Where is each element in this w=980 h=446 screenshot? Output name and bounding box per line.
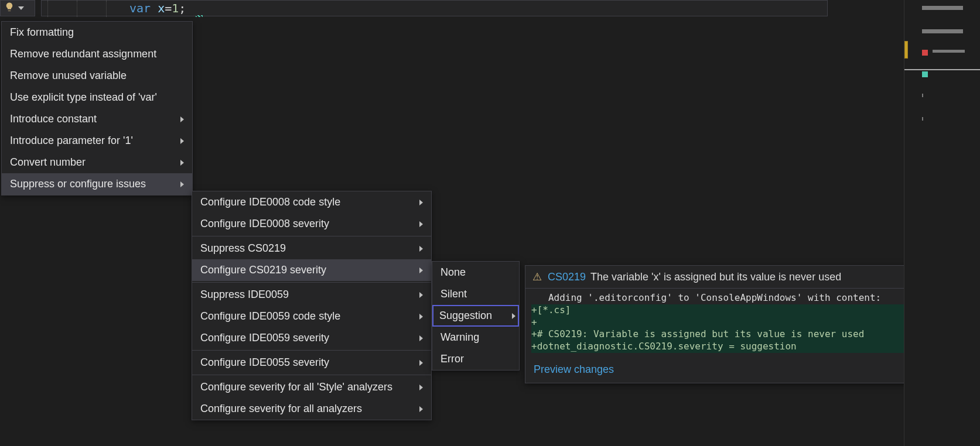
menu-item[interactable]: Use explicit type instead of 'var': [2, 87, 192, 108]
menu-item[interactable]: Configure IDE0059 severity: [192, 327, 431, 349]
preview-title: ⚠ CS0219 The variable 'x' is assigned bu…: [525, 266, 911, 289]
chevron-right-icon: [419, 360, 423, 366]
diff-added-line: +dotnet_diagnostic.CS0219.severity = sug…: [531, 341, 905, 353]
menu-item[interactable]: Fix formatting: [2, 22, 192, 43]
severity-option[interactable]: Error: [432, 348, 519, 370]
menu-item[interactable]: Configure IDE0008 severity: [192, 213, 431, 235]
menu-item[interactable]: Configure severity for all analyzers: [192, 398, 431, 420]
minimap-mark: [933, 50, 965, 53]
menu-item-label: Configure IDE0059 code style: [200, 310, 340, 323]
minimap-error-marker: [922, 50, 928, 56]
menu-item[interactable]: Configure severity for all 'Style' analy…: [192, 376, 431, 398]
menu-item-label: Suppress or configure issues: [10, 178, 146, 190]
preview-changes-link[interactable]: Preview changes: [525, 359, 911, 376]
diff-view: Adding '.editorconfig' to 'ConsoleAppWin…: [531, 292, 905, 353]
severity-option-label: Silent: [441, 288, 467, 300]
code-number: 1: [172, 1, 179, 15]
chevron-right-icon: [419, 246, 423, 252]
menu-item-label: Suppress CS0219: [200, 242, 286, 255]
menu-item[interactable]: Convert number: [2, 152, 192, 173]
menu-item-label: Introduce parameter for '1': [10, 135, 133, 147]
code-semicolon: ;: [179, 1, 186, 15]
menu-item[interactable]: Suppress or configure issues: [2, 173, 192, 195]
menu-item[interactable]: Suppress CS0219: [192, 238, 431, 259]
code-variable: x: [158, 1, 165, 15]
menu-item-label: Configure IDE0008 code style: [200, 196, 340, 208]
minimap-mark: [922, 94, 923, 97]
severity-option-label: None: [441, 266, 466, 279]
minimap-mark: [922, 117, 923, 121]
severity-option[interactable]: Suggestion: [432, 305, 519, 327]
chevron-right-icon: [419, 314, 423, 320]
minimap-change-marker: [904, 41, 908, 59]
menu-separator: [192, 282, 431, 283]
chevron-right-icon: [512, 313, 515, 319]
diff-added-line: +: [531, 317, 905, 329]
chevron-right-icon: [180, 116, 184, 122]
quick-actions-menu: Fix formattingRemove redundant assignmen…: [1, 21, 193, 195]
chevron-right-icon: [419, 221, 423, 227]
warning-icon: ⚠: [532, 270, 542, 283]
diff-added-line: +[*.cs]: [531, 304, 905, 317]
chevron-down-icon: [18, 6, 24, 10]
code-equals: =: [165, 1, 172, 15]
diff-header-line: Adding '.editorconfig' to 'ConsoleAppWin…: [531, 292, 905, 304]
severity-option-label: Warning: [441, 331, 479, 344]
code-keyword: var: [129, 1, 151, 15]
menu-item[interactable]: Configure IDE0055 severity: [192, 352, 431, 373]
menu-item-label: Configure IDE0059 severity: [200, 332, 329, 344]
menu-separator: [192, 350, 431, 351]
menu-item-label: Configure CS0219 severity: [200, 264, 326, 276]
minimap-mark: [922, 6, 963, 10]
severity-submenu: NoneSilentSuggestionWarningError: [432, 261, 520, 370]
menu-item[interactable]: Configure IDE0059 code style: [192, 306, 431, 327]
chevron-right-icon: [419, 200, 423, 205]
lightbulb-icon: [4, 2, 15, 15]
indent-guide: [106, 1, 107, 17]
diagnostic-title: The variable 'x' is assigned but its val…: [590, 271, 841, 283]
chevron-right-icon: [180, 160, 184, 166]
minimap-mark: [922, 29, 963, 33]
menu-item-label: Suppress IDE0059: [200, 289, 289, 301]
chevron-right-icon: [419, 335, 423, 341]
minimap-suggestion-marker: [922, 71, 928, 77]
severity-option[interactable]: None: [432, 262, 519, 283]
chevron-right-icon: [419, 292, 423, 298]
menu-item-label: Configure IDE0055 severity: [200, 356, 329, 369]
quick-actions-button[interactable]: [0, 0, 35, 16]
menu-item-label: Convert number: [10, 156, 86, 169]
chevron-right-icon: [419, 385, 423, 390]
suppress-configure-submenu: Configure IDE0008 code styleConfigure ID…: [192, 191, 432, 420]
menu-item-label: Configure IDE0008 severity: [200, 218, 329, 230]
chevron-right-icon: [419, 406, 423, 412]
menu-item-label: Introduce constant: [10, 113, 97, 125]
severity-option[interactable]: Silent: [432, 283, 519, 305]
severity-option-label: Suggestion: [439, 310, 492, 322]
squiggle-underline: [196, 15, 203, 17]
chevron-right-icon: [419, 267, 423, 273]
editor-line[interactable]: var x = 1 ;: [41, 0, 828, 16]
diff-added-line: +# CS0219: Variable is assigned but its …: [531, 328, 905, 341]
menu-item-label: Configure severity for all 'Style' analy…: [200, 381, 392, 393]
menu-item-label: Remove redundant assignment: [10, 48, 156, 60]
menu-item[interactable]: Configure IDE0008 code style: [192, 191, 431, 213]
minimap[interactable]: [904, 0, 980, 446]
diagnostic-code: CS0219: [548, 271, 586, 283]
menu-item-label: Configure severity for all analyzers: [200, 403, 362, 415]
preview-panel: ⚠ CS0219 The variable 'x' is assigned bu…: [525, 265, 911, 383]
severity-option-label: Error: [441, 353, 464, 365]
menu-item[interactable]: Suppress IDE0059: [192, 284, 431, 306]
menu-item-label: Remove unused variable: [10, 70, 127, 82]
menu-item-label: Use explicit type instead of 'var': [10, 91, 157, 104]
menu-item[interactable]: Remove redundant assignment: [2, 43, 192, 65]
chevron-right-icon: [180, 138, 184, 144]
menu-item[interactable]: Remove unused variable: [2, 65, 192, 87]
minimap-viewport-line: [904, 69, 980, 70]
menu-item[interactable]: Introduce parameter for '1': [2, 130, 192, 152]
menu-item-label: Fix formatting: [10, 26, 74, 39]
menu-item[interactable]: Configure CS0219 severity: [192, 259, 431, 281]
severity-option[interactable]: Warning: [432, 327, 519, 348]
chevron-right-icon: [180, 181, 184, 187]
menu-item[interactable]: Introduce constant: [2, 108, 192, 130]
menu-separator: [192, 236, 431, 236]
